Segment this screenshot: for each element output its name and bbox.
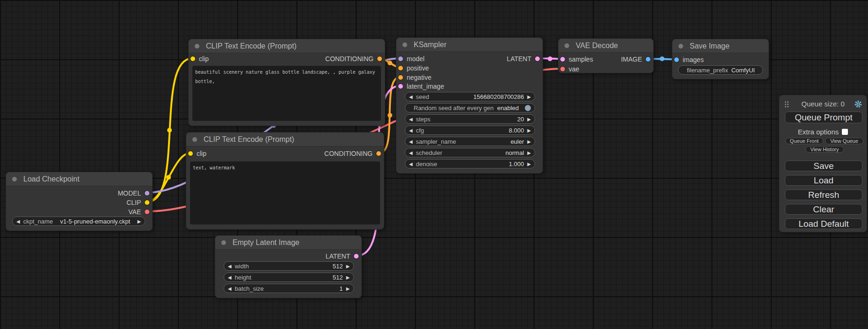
decrement-arrow-icon[interactable]: ◀ bbox=[228, 275, 232, 280]
settings-gear-icon[interactable] bbox=[854, 100, 862, 110]
collapse-dot[interactable] bbox=[195, 44, 199, 49]
output-slot-vae[interactable]: VAE bbox=[128, 207, 149, 217]
output-dot-latent[interactable] bbox=[354, 254, 359, 259]
output-slot-conditioning[interactable]: CONDITIONING bbox=[325, 54, 382, 63]
view-queue-button[interactable]: View Queue bbox=[825, 138, 863, 144]
widget-seed[interactable]: ◀ seed 156680208700286 ▶ bbox=[405, 92, 535, 101]
load-default-button[interactable]: Load Default bbox=[785, 218, 862, 229]
decrement-arrow-icon[interactable]: ◀ bbox=[409, 139, 413, 144]
increment-arrow-icon[interactable]: ▶ bbox=[346, 275, 350, 280]
increment-arrow-icon[interactable]: ▶ bbox=[527, 139, 531, 144]
node-empty-latent-image[interactable]: Empty Latent Image LATENT ◀ width 512 ▶ … bbox=[215, 235, 362, 298]
decrement-arrow-icon[interactable]: ◀ bbox=[409, 161, 413, 167]
save-button[interactable]: Save bbox=[785, 161, 862, 171]
increment-arrow-icon[interactable]: ▶ bbox=[346, 286, 350, 291]
widget-ckpt-name[interactable]: ◀ ckpt_name v1-5-pruned-emaonly.ckpt ▶ bbox=[12, 217, 145, 226]
decrement-arrow-icon[interactable]: ◀ bbox=[409, 117, 413, 122]
increment-arrow-icon[interactable]: ▶ bbox=[527, 150, 531, 155]
node-vae-decode[interactable]: VAE Decode samples vae IMAGE bbox=[558, 38, 654, 73]
node-title-bar[interactable]: Load Checkpoint bbox=[6, 172, 152, 186]
output-dot-clip[interactable] bbox=[145, 200, 149, 205]
node-ksampler[interactable]: KSampler model positive negative latent_… bbox=[396, 37, 543, 174]
widget-scheduler[interactable]: ◀ scheduler normal ▶ bbox=[405, 148, 535, 157]
collapse-dot[interactable] bbox=[12, 177, 17, 182]
input-dot-samples[interactable] bbox=[560, 57, 565, 62]
output-slot-conditioning[interactable]: CONDITIONING bbox=[325, 149, 381, 158]
widget-height[interactable]: ◀ height 512 ▶ bbox=[224, 273, 354, 282]
input-slot-latent-image[interactable]: latent_image bbox=[398, 82, 444, 91]
refresh-button[interactable]: Refresh bbox=[785, 189, 862, 200]
node-load-checkpoint[interactable]: Load Checkpoint MODEL CLIP VAE ◀ ckpt_na… bbox=[6, 172, 153, 231]
output-slot-clip[interactable]: CLIP bbox=[127, 198, 149, 207]
decrement-arrow-icon[interactable]: ◀ bbox=[16, 219, 20, 224]
increment-arrow-icon[interactable]: ▶ bbox=[527, 128, 531, 133]
node-clip-text-encode-positive[interactable]: CLIP Text Encode (Prompt) clip CONDITION… bbox=[188, 39, 385, 126]
input-slot-samples[interactable]: samples bbox=[560, 55, 593, 64]
extra-options-checkbox[interactable] bbox=[842, 129, 848, 135]
input-dot-latent-image[interactable] bbox=[398, 84, 403, 89]
input-dot-images[interactable] bbox=[674, 57, 679, 62]
input-slot-vae[interactable]: vae bbox=[560, 64, 579, 74]
input-slot-images[interactable]: images bbox=[674, 55, 704, 64]
node-title-bar[interactable]: VAE Decode bbox=[558, 39, 653, 53]
input-slot-negative[interactable]: negative bbox=[398, 73, 431, 82]
toggle-knob[interactable] bbox=[525, 105, 531, 111]
input-slot-clip[interactable]: clip bbox=[191, 54, 209, 63]
increment-arrow-icon[interactable]: ▶ bbox=[527, 94, 531, 99]
collapse-dot[interactable] bbox=[221, 240, 226, 245]
prompt-textarea[interactable]: text, watermark bbox=[190, 161, 380, 224]
prompt-textarea[interactable]: beautiful scenery nature glass bottle la… bbox=[192, 66, 381, 121]
decrement-arrow-icon[interactable]: ◀ bbox=[228, 264, 232, 269]
widget-random-seed-toggle[interactable]: Random seed after every gen enabled bbox=[405, 103, 535, 112]
output-slot-image[interactable]: IMAGE bbox=[621, 55, 650, 64]
widget-steps[interactable]: ◀ steps 20 ▶ bbox=[405, 114, 535, 124]
output-dot-conditioning[interactable] bbox=[376, 151, 381, 156]
input-dot-vae[interactable] bbox=[560, 67, 565, 71]
widget-width[interactable]: ◀ width 512 ▶ bbox=[224, 261, 354, 271]
collapse-dot[interactable] bbox=[192, 137, 197, 142]
comfyui-canvas[interactable]: { "nodes": { "load_checkpoint": { "title… bbox=[0, 0, 868, 329]
output-slot-latent[interactable]: LATENT bbox=[325, 252, 359, 261]
collapse-dot[interactable] bbox=[402, 42, 407, 47]
decrement-arrow-icon[interactable]: ◀ bbox=[409, 128, 413, 133]
drag-handle-icon[interactable] bbox=[785, 101, 789, 107]
increment-arrow-icon[interactable]: ▶ bbox=[346, 264, 350, 269]
load-button[interactable]: Load bbox=[785, 175, 862, 186]
input-dot-model[interactable] bbox=[398, 56, 403, 61]
widget-denoise[interactable]: ◀ denoise 1.000 ▶ bbox=[405, 159, 535, 168]
input-dot-clip[interactable] bbox=[188, 151, 193, 156]
increment-arrow-icon[interactable]: ▶ bbox=[527, 161, 531, 167]
output-dot-conditioning[interactable] bbox=[377, 56, 382, 61]
collapse-dot[interactable] bbox=[678, 44, 683, 49]
view-history-button[interactable]: View History bbox=[805, 146, 844, 153]
output-dot-vae[interactable] bbox=[145, 210, 149, 214]
node-title-bar[interactable]: KSampler bbox=[396, 38, 543, 52]
output-dot-image[interactable] bbox=[646, 57, 650, 62]
widget-sampler-name[interactable]: ◀ sampler_name euler ▶ bbox=[405, 137, 535, 146]
node-clip-text-encode-negative[interactable]: CLIP Text Encode (Prompt) clip CONDITION… bbox=[186, 132, 384, 230]
input-slot-positive[interactable]: positive bbox=[398, 63, 429, 73]
collapse-dot[interactable] bbox=[565, 43, 569, 48]
queue-front-button[interactable]: Queue Front bbox=[785, 138, 823, 144]
queue-prompt-button[interactable]: Queue Prompt bbox=[785, 112, 862, 123]
input-dot-positive[interactable] bbox=[398, 66, 403, 70]
node-title-bar[interactable]: Empty Latent Image bbox=[215, 236, 361, 250]
decrement-arrow-icon[interactable]: ◀ bbox=[409, 94, 413, 99]
increment-arrow-icon[interactable]: ▶ bbox=[137, 219, 141, 224]
decrement-arrow-icon[interactable]: ◀ bbox=[409, 150, 413, 155]
input-slot-clip[interactable]: clip bbox=[188, 149, 206, 158]
output-dot-model[interactable] bbox=[145, 191, 149, 196]
node-save-image[interactable]: Save Image images filename_prefix ComfyU… bbox=[672, 39, 769, 79]
widget-filename-prefix[interactable]: filename_prefix ComfyUI bbox=[678, 65, 763, 75]
node-title-bar[interactable]: Save Image bbox=[672, 39, 769, 53]
input-dot-negative[interactable] bbox=[398, 75, 403, 80]
widget-batch-size[interactable]: ◀ batch_size 1 ▶ bbox=[224, 284, 354, 293]
increment-arrow-icon[interactable]: ▶ bbox=[527, 117, 531, 122]
node-title-bar[interactable]: CLIP Text Encode (Prompt) bbox=[186, 133, 384, 147]
output-slot-model[interactable]: MODEL bbox=[118, 189, 149, 198]
decrement-arrow-icon[interactable]: ◀ bbox=[228, 286, 232, 291]
input-dot-clip[interactable] bbox=[191, 56, 195, 61]
widget-cfg[interactable]: ◀ cfg 8.000 ▶ bbox=[405, 126, 535, 135]
node-title-bar[interactable]: CLIP Text Encode (Prompt) bbox=[189, 39, 385, 53]
output-dot-latent[interactable] bbox=[535, 56, 540, 61]
